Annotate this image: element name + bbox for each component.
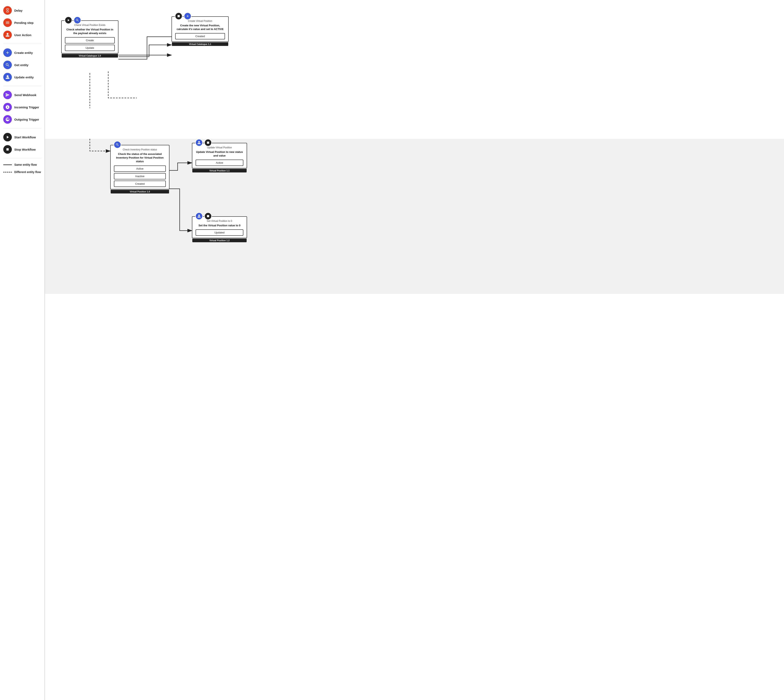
sidebar-item-outgoing-trigger-label: Outgoing Trigger (14, 118, 39, 121)
sidebar-item-incoming-trigger[interactable]: Incoming Trigger (3, 103, 41, 112)
legend-same-entity: Same entity flow (3, 163, 41, 167)
update-virtual-11-title: Update Virtual Position (195, 146, 244, 149)
legend-different-entity-label: Different entity flow (14, 170, 41, 174)
set-virtual-12-desc: Set the Virtual Position value to 0 (195, 224, 244, 227)
check-virtual-btn-create[interactable]: Create (65, 37, 115, 43)
sidebar-item-send-webhook-label: Send Webhook (14, 93, 36, 97)
node-check-virtual-icons (65, 16, 81, 24)
get-entity-icon (3, 61, 12, 69)
delay-icon (3, 6, 12, 15)
sidebar-item-get-entity[interactable]: Get entity (3, 61, 41, 69)
check-virtual-btn-update[interactable]: Update (65, 45, 115, 51)
sidebar-item-create-entity-label: Create entity (14, 51, 33, 55)
sidebar-item-pending-step-label: Pending step (14, 21, 33, 25)
sidebar-item-update-entity[interactable]: Update entity (3, 73, 41, 82)
stop-workflow-icon (3, 145, 12, 154)
node-update-virtual-11-icons (195, 139, 212, 147)
user-action-icon (3, 31, 12, 39)
node-create-virtual-icons (175, 12, 192, 20)
set-virtual-12-footer: Virtual Position 1.2 (192, 238, 247, 242)
create-entity-icon (3, 48, 12, 57)
sidebar-item-pending-step[interactable]: Pending step (3, 18, 41, 27)
check-virtual-title: Check Virtual Position Exists (65, 24, 115, 27)
check-inventory-btn-active[interactable]: Active (114, 165, 166, 172)
sidebar-item-user-action[interactable]: User Action (3, 31, 41, 39)
node-create-virtual: Create Virtual Position Create the new V… (172, 16, 229, 42)
update-virtual-11-desc: Update Virtual Position to new status an… (195, 150, 244, 158)
search-icon-inventory (113, 141, 121, 148)
sidebar-item-delay[interactable]: Delay (3, 6, 41, 15)
start-icon (65, 16, 72, 24)
update-icon-11 (195, 139, 203, 147)
sidebar-item-send-webhook[interactable]: Send Webhook (3, 91, 41, 99)
create-virtual-desc: Create the new Virtual Position, calcula… (175, 24, 225, 31)
stop-icon-12 (204, 212, 212, 220)
sidebar: Delay Pending step User Action Create en… (0, 0, 45, 700)
connector-create-to-virtual (45, 0, 784, 139)
set-virtual-12-title: Set Virtual Position to 0 (195, 220, 244, 222)
legend-same-entity-label: Same entity flow (14, 163, 37, 167)
send-webhook-icon (3, 91, 12, 99)
check-virtual-desc: Check whether the Virtual Position in th… (65, 28, 115, 35)
search-icon-node (73, 16, 81, 24)
set-virtual-12-btn-updated[interactable]: Updated (195, 229, 244, 236)
sidebar-item-start-workflow[interactable]: Start Workflow (3, 133, 41, 142)
check-inventory-desc: Check the status of the associated Inven… (114, 152, 166, 163)
svg-rect-11 (207, 142, 209, 144)
sidebar-item-get-entity-label: Get entity (14, 63, 28, 67)
create-virtual-footer: Virtual Catalogue 1.1 (172, 42, 228, 46)
sidebar-item-stop-workflow[interactable]: Stop Workflow (3, 145, 41, 154)
create-virtual-btn-created[interactable]: Created (175, 33, 225, 39)
create-icon-node (184, 12, 192, 20)
legend-different-entity: Different entity flow (3, 170, 41, 174)
check-inventory-btn-created[interactable]: Created (114, 181, 166, 187)
node-update-virtual-11: Update Virtual Position Update Virtual P… (192, 143, 247, 168)
sidebar-item-incoming-trigger-label: Incoming Trigger (14, 105, 39, 109)
svg-rect-12 (207, 215, 209, 217)
sidebar-item-update-entity-label: Update entity (14, 75, 34, 79)
top-connectors (45, 0, 784, 139)
update-virtual-11-footer: Virtual Position 1.1 (192, 169, 247, 172)
sidebar-item-delay-label: Delay (14, 9, 22, 12)
node-check-inventory: Check Inventory Position status Check th… (110, 145, 170, 189)
svg-rect-0 (7, 148, 9, 151)
outgoing-trigger-icon (3, 115, 12, 124)
node-set-virtual-12-icons (195, 212, 212, 220)
create-virtual-title: Create Virtual Position (175, 20, 225, 22)
node-check-virtual: Check Virtual Position Exists Check whet… (61, 20, 118, 53)
pending-step-icon (3, 18, 12, 27)
main-canvas: Check Virtual Position Exists Check whet… (45, 0, 784, 700)
sidebar-divider-3 (3, 128, 41, 128)
svg-rect-3 (178, 15, 180, 17)
incoming-trigger-icon (3, 103, 12, 112)
canvas-bottom: Check Inventory Position status Check th… (45, 139, 784, 294)
node-set-virtual-12: Set Virtual Position to 0 Set the Virtua… (192, 216, 247, 238)
sidebar-item-start-workflow-label: Start Workflow (14, 135, 36, 139)
node-check-inventory-icons (113, 141, 121, 148)
canvas-top: Check Virtual Position Exists Check whet… (45, 0, 784, 139)
sidebar-item-outgoing-trigger[interactable]: Outgoing Trigger (3, 115, 41, 124)
check-inventory-btn-inactive[interactable]: Inactive (114, 173, 166, 179)
stop-icon-node (175, 12, 182, 20)
sidebar-divider-4 (3, 158, 41, 158)
start-workflow-icon (3, 133, 12, 142)
check-inventory-footer: Virtual Position 1.0 (111, 190, 169, 193)
check-virtual-footer: Virtual Catalogue 1.0 (62, 54, 118, 58)
solid-line-icon (3, 165, 12, 165)
sidebar-item-stop-workflow-label: Stop Workflow (14, 148, 36, 151)
check-inventory-title: Check Inventory Position status (114, 148, 166, 151)
update-entity-icon (3, 73, 12, 82)
sidebar-item-create-entity[interactable]: Create entity (3, 48, 41, 57)
dashed-line-icon (3, 172, 12, 172)
sidebar-item-user-action-label: User Action (14, 33, 32, 37)
update-virtual-11-btn-active[interactable]: Active (195, 160, 244, 166)
sidebar-divider-2 (3, 86, 41, 86)
stop-icon-11 (204, 139, 212, 147)
update-icon-12 (195, 212, 203, 220)
